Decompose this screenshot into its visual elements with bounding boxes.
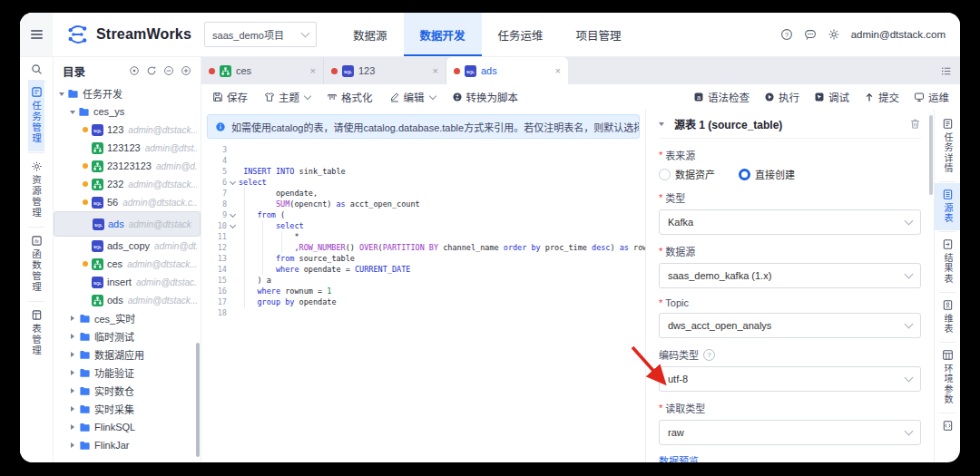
line-number: 16	[201, 286, 227, 296]
tree-folder-功能验证[interactable]: 功能验证	[54, 364, 201, 382]
fold-spacer	[227, 231, 239, 242]
tree-file-ads[interactable]: SQL ads admin@dtstack...	[54, 211, 201, 237]
fold-spacer	[227, 286, 239, 296]
tab-list-icon[interactable]	[932, 57, 960, 84]
sql-task-icon: SQL	[465, 65, 476, 77]
tree-folder-ces_ys[interactable]: ces_ys	[54, 102, 201, 121]
tree-folder-任务开发[interactable]: 任务开发	[54, 84, 201, 102]
right-rail-item-环境参数[interactable]: 环境参数	[935, 344, 960, 412]
tree-file-ads_copy[interactable]: SQL ads_copy admin@dt...	[54, 237, 201, 255]
tree-file-ods[interactable]: ods admin@dtstack....	[54, 291, 201, 309]
fold-chevron-icon[interactable]	[227, 209, 239, 220]
select-value: dws_acct_open_analys	[668, 320, 771, 331]
toolbar-ops-button[interactable]: 运维	[914, 90, 949, 104]
caret-icon	[71, 352, 77, 357]
toolbar-save-button[interactable]: 保存	[212, 90, 248, 104]
nav-tab-0[interactable]: 数据源	[337, 13, 404, 56]
toolbar-convert-button[interactable]: 转换为脚本	[452, 90, 519, 104]
folder-name: 任务开发	[83, 86, 122, 101]
right-rail-item-任务详情[interactable]: 任务详情	[935, 112, 960, 180]
refresh-icon[interactable]	[146, 65, 157, 76]
fold-chevron-icon[interactable]	[227, 177, 239, 188]
toolbar-edit-button[interactable]: 编辑	[389, 90, 436, 104]
fold-spacer	[227, 253, 239, 264]
right-rail-item-结果表[interactable]: 结果表	[935, 233, 960, 291]
toolbar-submit-button[interactable]: 提交	[864, 90, 899, 104]
select-数据源[interactable]: saas_demo_kafka (1.x)	[659, 263, 921, 288]
add-icon[interactable]	[181, 65, 191, 76]
close-icon[interactable]: ×	[310, 65, 316, 76]
right-rail-item-more[interactable]	[935, 414, 960, 438]
trash-icon[interactable]	[909, 118, 921, 130]
collapse-all-icon[interactable]	[163, 65, 174, 76]
panel-scrollbar[interactable]	[929, 115, 933, 195]
left-rail-item-0[interactable]: 任务管理	[28, 80, 44, 151]
tree-file-ces[interactable]: ces admin@dtstack...	[54, 255, 201, 273]
tree-folder-ces_实时[interactable]: ces_实时	[54, 309, 201, 327]
toolbar-syntax-button[interactable]: a 语法检查	[693, 90, 750, 104]
svg-text:fx: fx	[34, 238, 40, 244]
close-icon[interactable]: ×	[433, 65, 438, 76]
left-rail-item-1[interactable]: 资源管理	[28, 154, 44, 226]
run-icon	[764, 92, 775, 102]
tree-file-123123[interactable]: 123123 admin@dtst...	[54, 139, 201, 157]
locate-icon[interactable]	[129, 65, 140, 76]
code-line-15: 15 ) a	[201, 275, 645, 286]
panel-collapse-caret[interactable]	[659, 122, 664, 129]
left-rail-item-2[interactable]: fx 函数管理	[28, 228, 44, 300]
data-preview-link[interactable]: 数据预览	[659, 453, 699, 462]
nav-tab-2[interactable]: 任务运维	[482, 13, 560, 56]
editor-tab-ads[interactable]: SQL ads ×	[446, 57, 568, 84]
tree-scrollbar[interactable]	[196, 343, 200, 457]
flow-task-icon	[92, 179, 103, 190]
search-icon[interactable]	[31, 57, 43, 80]
env-icon	[942, 349, 954, 361]
tree-folder-FlinkSQL[interactable]: FlinkSQL	[54, 418, 201, 436]
message-icon[interactable]	[804, 28, 817, 41]
code-line-5: 5 INSERT INTO sink_table	[201, 166, 645, 177]
select-读取类型[interactable]: raw	[659, 420, 921, 445]
help-icon[interactable]: ?	[780, 28, 793, 41]
tree-file-23123123[interactable]: 23123123 admin@d...	[54, 157, 201, 175]
tree-folder-临时测试[interactable]: 临时测试	[54, 327, 201, 345]
nav-tab-3[interactable]: 项目管理	[560, 13, 638, 56]
select-Topic[interactable]: dws_acct_open_analys	[659, 313, 921, 338]
toolbar-theme-button[interactable]: 主题	[264, 90, 310, 104]
code-area[interactable]: 3 4 5 INSERT INTO sink_table 6 select 7 …	[201, 142, 645, 462]
tree-file-insert[interactable]: SQL insert admin@dtstac...	[54, 273, 201, 291]
radio-直接创建[interactable]: 直接创建	[739, 167, 795, 181]
app-window: StreamWorks saas_demo项目 数据源数据开发任务运维项目管理 …	[20, 13, 960, 462]
divider	[28, 152, 44, 153]
tree-file-123[interactable]: SQL 123 admin@dtstack...	[54, 121, 201, 139]
select-编码类型[interactable]: utf-8	[659, 366, 921, 392]
close-icon[interactable]: ×	[555, 65, 561, 76]
tree-file-56[interactable]: SQL 56 admin@dtstack.c...	[54, 193, 201, 211]
editor-tab-123[interactable]: SQL 123 ×	[324, 57, 446, 84]
tree-file-232[interactable]: 232 admin@dtstack...	[54, 175, 201, 193]
tree-folder-FlinkJar[interactable]: FlinkJar	[54, 436, 201, 454]
right-rail-item-源表[interactable]: 源表	[935, 183, 960, 230]
select-类型[interactable]: Kafka	[659, 209, 921, 235]
toolbar-debug-button[interactable]: 调试	[814, 90, 849, 104]
fold-chevron-icon[interactable]	[227, 220, 239, 231]
toolbar-run-button[interactable]: 执行	[764, 90, 799, 104]
hamburger-menu-icon[interactable]	[20, 13, 53, 56]
dot-placeholder	[83, 297, 88, 303]
toolbar-format-button[interactable]: 格式化	[327, 90, 373, 104]
project-selector[interactable]: saas_demo项目	[204, 22, 317, 47]
nav-tab-1[interactable]: 数据开发	[404, 13, 482, 56]
editor-tab-ces[interactable]: ces ×	[201, 57, 324, 84]
settings-gear-icon[interactable]	[828, 28, 840, 41]
left-rail-item-3[interactable]: 表管理	[28, 303, 44, 364]
tree-folder-数据湖应用[interactable]: 数据湖应用	[54, 345, 201, 364]
caret-icon	[71, 370, 77, 375]
help-circle-icon[interactable]: ?	[703, 349, 715, 361]
field-label-text: 读取类型	[665, 401, 705, 415]
file-owner: admin@dtstack...	[128, 180, 197, 189]
radio-数据资产[interactable]: 数据资产	[659, 167, 715, 181]
fold-spacer	[227, 307, 239, 318]
tree-folder-实时采集[interactable]: 实时采集	[54, 400, 201, 418]
right-rail-item-维表[interactable]: 维表	[935, 294, 960, 341]
field-label-text: 类型	[665, 190, 685, 205]
tree-folder-实时数仓[interactable]: 实时数仓	[54, 382, 201, 400]
